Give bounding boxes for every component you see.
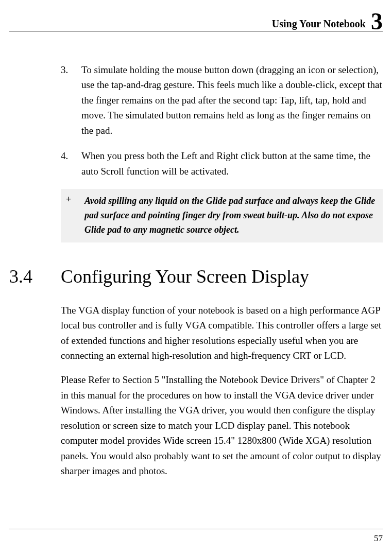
page-content: 3. To simulate holding the mouse button … xyxy=(61,62,383,479)
body-paragraph: The VGA display function of your noteboo… xyxy=(61,303,383,363)
page-number: 57 xyxy=(374,533,383,543)
list-item: 4. When you press both the Left and Righ… xyxy=(61,148,383,179)
list-text: When you press both the Left and Right c… xyxy=(81,148,383,179)
note-box: + Avoid spilling any liquid on the Glide… xyxy=(61,189,383,242)
list-text: To simulate holding the mouse button dow… xyxy=(81,62,383,138)
page-header: Using Your Notebook 3 xyxy=(9,10,383,31)
note-text: Avoid spilling any liquid on the Glide p… xyxy=(84,194,381,237)
list-item: 3. To simulate holding the mouse button … xyxy=(61,62,383,138)
page-footer: 57 xyxy=(9,529,383,544)
note-marker: + xyxy=(63,194,84,237)
chapter-number: 3 xyxy=(371,12,383,31)
section-number: 3.4 xyxy=(9,266,61,287)
body-paragraph: Please Refer to Section 5 "Installing th… xyxy=(61,372,383,478)
header-title: Using Your Notebook xyxy=(272,18,366,30)
section-title: Configuring Your Screen Display xyxy=(61,266,309,287)
section-heading: 3.4 Configuring Your Screen Display xyxy=(9,266,383,287)
list-number: 3. xyxy=(61,62,81,138)
list-number: 4. xyxy=(61,148,81,179)
